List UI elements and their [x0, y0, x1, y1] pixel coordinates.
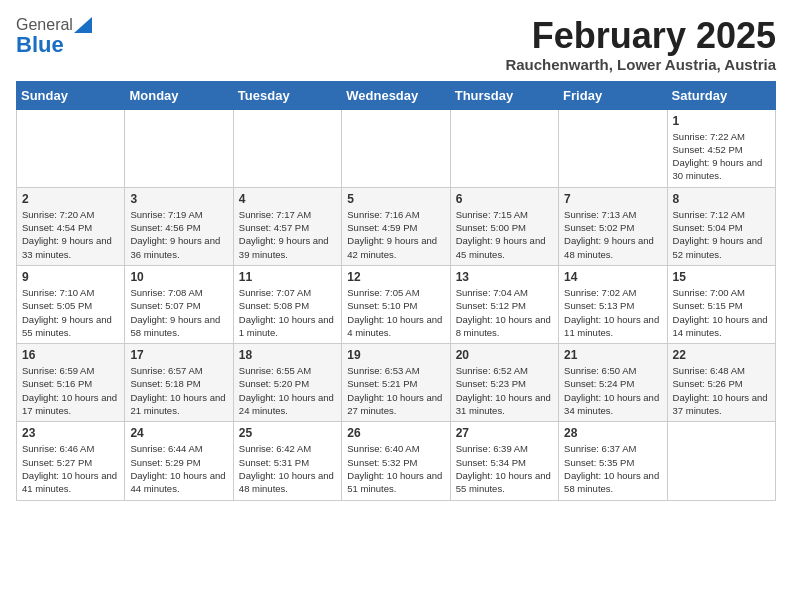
calendar-table: Sunday Monday Tuesday Wednesday Thursday…: [16, 81, 776, 501]
calendar-header-row: Sunday Monday Tuesday Wednesday Thursday…: [17, 81, 776, 109]
day-info: Sunrise: 7:16 AMSunset: 4:59 PMDaylight:…: [347, 208, 444, 261]
table-row: 14Sunrise: 7:02 AMSunset: 5:13 PMDayligh…: [559, 265, 667, 343]
day-number: 18: [239, 348, 336, 362]
table-row: 6Sunrise: 7:15 AMSunset: 5:00 PMDaylight…: [450, 187, 558, 265]
table-row: 16Sunrise: 6:59 AMSunset: 5:16 PMDayligh…: [17, 344, 125, 422]
day-number: 4: [239, 192, 336, 206]
table-row: 2Sunrise: 7:20 AMSunset: 4:54 PMDaylight…: [17, 187, 125, 265]
table-row: 13Sunrise: 7:04 AMSunset: 5:12 PMDayligh…: [450, 265, 558, 343]
day-info: Sunrise: 7:12 AMSunset: 5:04 PMDaylight:…: [673, 208, 770, 261]
location-title: Rauchenwarth, Lower Austria, Austria: [505, 56, 776, 73]
day-info: Sunrise: 6:50 AMSunset: 5:24 PMDaylight:…: [564, 364, 661, 417]
table-row: 17Sunrise: 6:57 AMSunset: 5:18 PMDayligh…: [125, 344, 233, 422]
table-row: [17, 109, 125, 187]
table-row: 15Sunrise: 7:00 AMSunset: 5:15 PMDayligh…: [667, 265, 775, 343]
day-info: Sunrise: 7:05 AMSunset: 5:10 PMDaylight:…: [347, 286, 444, 339]
col-thursday: Thursday: [450, 81, 558, 109]
calendar-week-3: 9Sunrise: 7:10 AMSunset: 5:05 PMDaylight…: [17, 265, 776, 343]
table-row: 21Sunrise: 6:50 AMSunset: 5:24 PMDayligh…: [559, 344, 667, 422]
day-info: Sunrise: 7:20 AMSunset: 4:54 PMDaylight:…: [22, 208, 119, 261]
table-row: [233, 109, 341, 187]
logo-blue-text: Blue: [16, 32, 64, 58]
day-info: Sunrise: 7:13 AMSunset: 5:02 PMDaylight:…: [564, 208, 661, 261]
day-number: 6: [456, 192, 553, 206]
day-info: Sunrise: 7:22 AMSunset: 4:52 PMDaylight:…: [673, 130, 770, 183]
table-row: [450, 109, 558, 187]
col-monday: Monday: [125, 81, 233, 109]
day-number: 1: [673, 114, 770, 128]
day-info: Sunrise: 6:37 AMSunset: 5:35 PMDaylight:…: [564, 442, 661, 495]
table-row: 24Sunrise: 6:44 AMSunset: 5:29 PMDayligh…: [125, 422, 233, 500]
day-number: 3: [130, 192, 227, 206]
table-row: 4Sunrise: 7:17 AMSunset: 4:57 PMDaylight…: [233, 187, 341, 265]
table-row: 25Sunrise: 6:42 AMSunset: 5:31 PMDayligh…: [233, 422, 341, 500]
col-sunday: Sunday: [17, 81, 125, 109]
col-friday: Friday: [559, 81, 667, 109]
day-info: Sunrise: 6:55 AMSunset: 5:20 PMDaylight:…: [239, 364, 336, 417]
day-number: 19: [347, 348, 444, 362]
day-info: Sunrise: 6:42 AMSunset: 5:31 PMDaylight:…: [239, 442, 336, 495]
day-info: Sunrise: 7:08 AMSunset: 5:07 PMDaylight:…: [130, 286, 227, 339]
day-number: 13: [456, 270, 553, 284]
day-number: 17: [130, 348, 227, 362]
logo: General Blue: [16, 16, 92, 58]
day-number: 28: [564, 426, 661, 440]
table-row: 19Sunrise: 6:53 AMSunset: 5:21 PMDayligh…: [342, 344, 450, 422]
table-row: 5Sunrise: 7:16 AMSunset: 4:59 PMDaylight…: [342, 187, 450, 265]
day-info: Sunrise: 7:15 AMSunset: 5:00 PMDaylight:…: [456, 208, 553, 261]
logo-icon: [74, 17, 92, 33]
calendar-week-4: 16Sunrise: 6:59 AMSunset: 5:16 PMDayligh…: [17, 344, 776, 422]
calendar-week-5: 23Sunrise: 6:46 AMSunset: 5:27 PMDayligh…: [17, 422, 776, 500]
table-row: 3Sunrise: 7:19 AMSunset: 4:56 PMDaylight…: [125, 187, 233, 265]
calendar-week-1: 1Sunrise: 7:22 AMSunset: 4:52 PMDaylight…: [17, 109, 776, 187]
svg-marker-0: [74, 17, 92, 33]
day-number: 21: [564, 348, 661, 362]
table-row: 28Sunrise: 6:37 AMSunset: 5:35 PMDayligh…: [559, 422, 667, 500]
table-row: 22Sunrise: 6:48 AMSunset: 5:26 PMDayligh…: [667, 344, 775, 422]
day-info: Sunrise: 7:04 AMSunset: 5:12 PMDaylight:…: [456, 286, 553, 339]
day-info: Sunrise: 7:10 AMSunset: 5:05 PMDaylight:…: [22, 286, 119, 339]
col-tuesday: Tuesday: [233, 81, 341, 109]
day-number: 26: [347, 426, 444, 440]
table-row: 11Sunrise: 7:07 AMSunset: 5:08 PMDayligh…: [233, 265, 341, 343]
table-row: 12Sunrise: 7:05 AMSunset: 5:10 PMDayligh…: [342, 265, 450, 343]
table-row: 9Sunrise: 7:10 AMSunset: 5:05 PMDaylight…: [17, 265, 125, 343]
day-info: Sunrise: 6:44 AMSunset: 5:29 PMDaylight:…: [130, 442, 227, 495]
day-number: 27: [456, 426, 553, 440]
day-number: 24: [130, 426, 227, 440]
day-info: Sunrise: 6:48 AMSunset: 5:26 PMDaylight:…: [673, 364, 770, 417]
day-number: 5: [347, 192, 444, 206]
day-info: Sunrise: 6:57 AMSunset: 5:18 PMDaylight:…: [130, 364, 227, 417]
table-row: 1Sunrise: 7:22 AMSunset: 4:52 PMDaylight…: [667, 109, 775, 187]
day-info: Sunrise: 7:19 AMSunset: 4:56 PMDaylight:…: [130, 208, 227, 261]
table-row: [342, 109, 450, 187]
table-row: [559, 109, 667, 187]
table-row: 18Sunrise: 6:55 AMSunset: 5:20 PMDayligh…: [233, 344, 341, 422]
day-info: Sunrise: 6:40 AMSunset: 5:32 PMDaylight:…: [347, 442, 444, 495]
col-wednesday: Wednesday: [342, 81, 450, 109]
day-info: Sunrise: 7:02 AMSunset: 5:13 PMDaylight:…: [564, 286, 661, 339]
day-number: 14: [564, 270, 661, 284]
table-row: 26Sunrise: 6:40 AMSunset: 5:32 PMDayligh…: [342, 422, 450, 500]
day-number: 20: [456, 348, 553, 362]
day-info: Sunrise: 6:59 AMSunset: 5:16 PMDaylight:…: [22, 364, 119, 417]
col-saturday: Saturday: [667, 81, 775, 109]
day-info: Sunrise: 7:07 AMSunset: 5:08 PMDaylight:…: [239, 286, 336, 339]
day-info: Sunrise: 7:00 AMSunset: 5:15 PMDaylight:…: [673, 286, 770, 339]
day-info: Sunrise: 7:17 AMSunset: 4:57 PMDaylight:…: [239, 208, 336, 261]
day-number: 11: [239, 270, 336, 284]
day-number: 23: [22, 426, 119, 440]
title-area: February 2025 Rauchenwarth, Lower Austri…: [505, 16, 776, 73]
table-row: 8Sunrise: 7:12 AMSunset: 5:04 PMDaylight…: [667, 187, 775, 265]
month-title: February 2025: [505, 16, 776, 56]
day-number: 15: [673, 270, 770, 284]
day-number: 25: [239, 426, 336, 440]
day-info: Sunrise: 6:39 AMSunset: 5:34 PMDaylight:…: [456, 442, 553, 495]
day-number: 16: [22, 348, 119, 362]
day-number: 12: [347, 270, 444, 284]
table-row: 20Sunrise: 6:52 AMSunset: 5:23 PMDayligh…: [450, 344, 558, 422]
table-row: 27Sunrise: 6:39 AMSunset: 5:34 PMDayligh…: [450, 422, 558, 500]
calendar-week-2: 2Sunrise: 7:20 AMSunset: 4:54 PMDaylight…: [17, 187, 776, 265]
day-number: 22: [673, 348, 770, 362]
day-info: Sunrise: 6:52 AMSunset: 5:23 PMDaylight:…: [456, 364, 553, 417]
